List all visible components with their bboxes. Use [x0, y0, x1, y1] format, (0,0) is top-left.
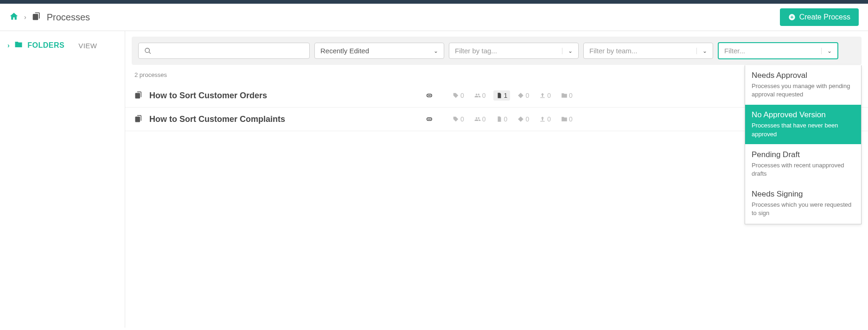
filter-dropdown-panel[interactable]: Needs Approval Processes you manage with… — [745, 65, 862, 224]
folders-label: FOLDERS — [27, 41, 64, 50]
link-icon[interactable] — [415, 115, 443, 123]
filter-option-title: Needs Approval — [752, 71, 855, 80]
stat-uploads[interactable]: 0 — [536, 90, 554, 101]
plus-icon — [788, 13, 796, 21]
main-area: › FOLDERS VIEW Recently Edited ⌄ Filter … — [0, 31, 868, 328]
team-filter-select[interactable]: Filter by team... ⌄ — [583, 43, 713, 59]
process-icon — [134, 91, 143, 101]
status-filter-placeholder: Filter... — [724, 47, 745, 55]
folder-icon — [14, 40, 23, 51]
filter-option-desc: Processes with recent unapproved drafts — [752, 161, 855, 178]
stat-files[interactable]: 1 — [493, 90, 511, 101]
filter-option-desc: Processes that have never been approved — [752, 121, 855, 138]
filter-option-desc: Processes you manage with pending approv… — [752, 82, 855, 99]
create-process-label: Create Process — [799, 13, 850, 21]
stat-reviews[interactable]: 0 — [515, 90, 532, 101]
sidebar: › FOLDERS VIEW — [0, 31, 125, 328]
stat-folders[interactable]: 0 — [558, 114, 575, 124]
view-link[interactable]: VIEW — [78, 42, 97, 50]
stat-reviews[interactable]: 0 — [515, 114, 532, 124]
create-process-button[interactable]: Create Process — [780, 8, 859, 26]
filter-bar: Recently Edited ⌄ Filter by tag... ⌄ Fil… — [132, 37, 862, 65]
filter-option-title: Pending Draft — [752, 150, 855, 159]
chevron-down-icon: ⌄ — [428, 48, 438, 54]
filter-option-title: No Approved Version — [752, 110, 855, 120]
chevron-down-icon: ⌄ — [696, 48, 707, 54]
tag-filter-select[interactable]: Filter by tag... ⌄ — [449, 43, 579, 59]
page-header: › Processes Create Process — [0, 4, 868, 31]
stat-users[interactable]: 0 — [472, 114, 489, 124]
tag-filter-placeholder: Filter by tag... — [455, 47, 497, 55]
process-title[interactable]: How to Sort Customer Complaints — [149, 114, 409, 124]
process-stats: 0 0 1 0 0 0 — [450, 90, 575, 101]
process-title[interactable]: How to Sort Customer Orders — [149, 91, 409, 101]
status-filter-select[interactable]: Filter... ⌄ — [718, 42, 838, 59]
sort-value: Recently Edited — [320, 47, 369, 55]
stat-users[interactable]: 0 — [472, 90, 489, 101]
search-icon — [144, 47, 152, 55]
chevron-down-icon: ⌄ — [821, 48, 832, 54]
filter-option[interactable]: Pending Draft Processes with recent unap… — [745, 145, 861, 184]
stat-tags[interactable]: 0 — [450, 90, 467, 101]
filter-option-desc: Processes which you were requested to si… — [752, 201, 855, 217]
stat-uploads[interactable]: 0 — [536, 114, 554, 124]
window-topbar — [0, 0, 868, 4]
sort-select[interactable]: Recently Edited ⌄ — [314, 43, 444, 59]
breadcrumb: › Processes — [9, 12, 90, 23]
filter-option-title: Needs Signing — [752, 190, 855, 199]
chevron-down-icon: ⌄ — [562, 48, 573, 54]
team-filter-placeholder: Filter by team... — [589, 47, 637, 55]
process-icon — [134, 114, 143, 124]
search-input[interactable] — [155, 47, 304, 55]
chevron-right-icon: › — [24, 13, 26, 21]
content: Recently Edited ⌄ Filter by tag... ⌄ Fil… — [125, 31, 868, 328]
page-title: Processes — [47, 12, 90, 23]
chevron-right-icon: › — [7, 42, 10, 49]
process-stats: 0 0 0 0 0 0 — [450, 114, 575, 124]
filter-option[interactable]: Needs Signing Processes which you were r… — [745, 184, 861, 223]
folders-toggle[interactable]: › FOLDERS VIEW — [7, 40, 117, 51]
filter-option[interactable]: Needs Approval Processes you manage with… — [745, 65, 861, 105]
home-icon[interactable] — [9, 12, 19, 23]
search-box[interactable] — [138, 43, 310, 59]
stat-tags[interactable]: 0 — [450, 114, 467, 124]
stat-files[interactable]: 0 — [493, 114, 511, 124]
stat-folders[interactable]: 0 — [558, 90, 575, 101]
link-icon[interactable] — [415, 91, 443, 100]
processes-icon — [32, 12, 41, 23]
filter-option[interactable]: No Approved Version Processes that have … — [745, 105, 861, 144]
